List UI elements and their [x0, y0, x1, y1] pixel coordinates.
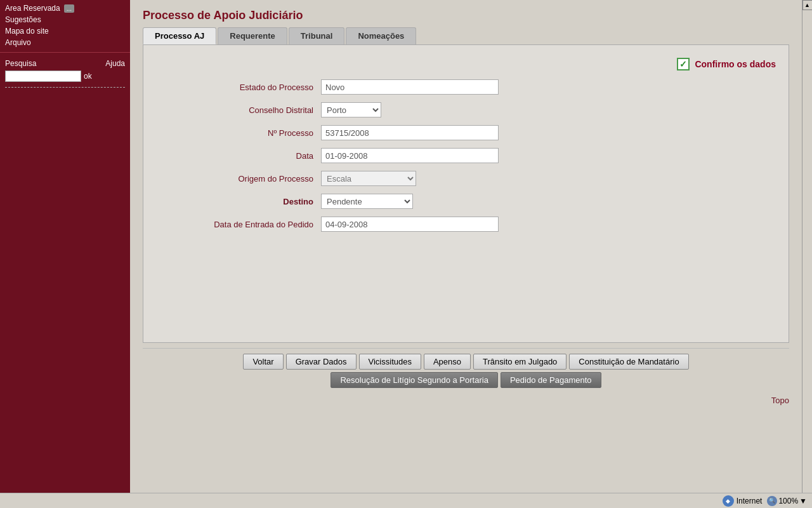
main-content: Processo de Apoio Judiciário Processo AJ… — [130, 0, 802, 508]
tabs-bar: Processo AJ Requerente Tribunal Nomeaçõe… — [143, 27, 789, 44]
data-row: Data — [156, 148, 776, 163]
checkbox-checkmark: ✓ — [679, 59, 687, 69]
destino-label: Destino — [156, 197, 321, 206]
bottom-bar: Voltar Gravar Dados Vicissitudes Apenso … — [143, 348, 789, 393]
tab-nomeacoes[interactable]: Nomeações — [346, 27, 416, 44]
estado-processo-row: Estado do Processo — [156, 79, 776, 95]
area-reservada-badge: ... — [64, 4, 74, 13]
transito-julgado-button[interactable]: Trânsito em Julgado — [473, 354, 566, 370]
topo-row: Topo — [130, 393, 802, 408]
origem-processo-select[interactable]: Escala Pedido — [321, 171, 416, 186]
globe-icon: ◆ — [723, 495, 734, 507]
n-processo-row: Nº Processo — [156, 125, 776, 140]
scroll-up-arrow[interactable]: ▲ — [802, 0, 813, 10]
data-input[interactable] — [321, 148, 499, 163]
data-entrada-label: Data de Entrada do Pedido — [156, 220, 321, 229]
origem-processo-row: Origem do Processo Escala Pedido — [156, 171, 776, 186]
sidebar-search-section: Pesquisa Ajuda ok — [0, 57, 130, 90]
conselho-distrital-select[interactable]: Porto Lisboa Coimbra — [321, 102, 381, 117]
sidebar-area-reservada[interactable]: Area Reservada ... — [0, 3, 130, 14]
data-entrada-input[interactable] — [321, 217, 499, 232]
sidebar-help-label[interactable]: Ajuda — [105, 59, 125, 68]
sidebar: Area Reservada ... Sugestões Mapa do sit… — [0, 0, 130, 508]
page-header: Processo de Apoio Judiciário — [130, 0, 802, 27]
sidebar-item-mapa-do-site[interactable]: Mapa do site — [0, 25, 130, 37]
data-entrada-row: Data de Entrada do Pedido — [156, 217, 776, 232]
voltar-button[interactable]: Voltar — [243, 354, 283, 370]
confirm-label: Confirmo os dados — [695, 59, 776, 69]
internet-label: Internet — [737, 497, 763, 505]
pedido-pagamento-button[interactable]: Pedido de Pagamento — [501, 372, 601, 388]
form-panel: ✓ Confirmo os dados Estado do Processo C… — [143, 44, 789, 343]
button-row-2: Resolução de Litígio Segundo a Portaria … — [145, 372, 787, 388]
estado-processo-label: Estado do Processo — [156, 83, 321, 92]
sidebar-search-label: Pesquisa — [5, 59, 36, 68]
statusbar: ◆ Internet 🔍 100% ▼ — [0, 493, 812, 508]
search-ok-button[interactable]: ok — [84, 72, 92, 81]
conselho-distrital-label: Conselho Distrital — [156, 105, 321, 115]
estado-processo-input[interactable] — [321, 79, 499, 95]
confirm-row: ✓ Confirmo os dados — [156, 58, 776, 70]
sidebar-divider — [0, 52, 130, 53]
zoom-label: 100% — [778, 497, 798, 505]
zoom-icon: 🔍 — [767, 496, 777, 506]
destino-select[interactable]: Pendente Deferido Indeferido Arquivado — [321, 194, 413, 209]
sidebar-area-reservada-label: Area Reservada — [5, 4, 60, 13]
zoom-arrow[interactable]: ▼ — [799, 497, 807, 505]
conselho-distrital-row: Conselho Distrital Porto Lisboa Coimbra — [156, 102, 776, 117]
n-processo-label: Nº Processo — [156, 128, 321, 138]
origem-processo-label: Origem do Processo — [156, 174, 321, 184]
tab-tribunal[interactable]: Tribunal — [289, 27, 345, 44]
confirm-checkbox[interactable]: ✓ — [677, 58, 690, 70]
topo-link[interactable]: Topo — [771, 396, 789, 405]
apenso-button[interactable]: Apenso — [424, 354, 471, 370]
sidebar-item-arquivo[interactable]: Arquivo — [0, 37, 130, 48]
page-title: Processo de Apoio Judiciário — [143, 9, 303, 22]
content-area: Processo AJ Requerente Tribunal Nomeaçõe… — [143, 27, 789, 343]
search-underline — [5, 87, 125, 88]
statusbar-icon-area: ◆ Internet — [723, 495, 763, 507]
destino-row: Destino Pendente Deferido Indeferido Arq… — [156, 194, 776, 209]
data-label: Data — [156, 151, 321, 161]
zoom-area: 🔍 100% ▼ — [767, 496, 807, 506]
gravar-dados-button[interactable]: Gravar Dados — [286, 354, 357, 370]
vicissitudes-button[interactable]: Vicissitudes — [359, 354, 421, 370]
search-input[interactable] — [5, 70, 81, 82]
scrollbar-right[interactable]: ▲ ▼ — [802, 0, 812, 508]
constituicao-mandatario-button[interactable]: Constituição de Mandatário — [569, 354, 688, 370]
tab-requerente[interactable]: Requerente — [218, 27, 287, 44]
resolucao-litigio-button[interactable]: Resolução de Litígio Segundo a Portaria — [331, 372, 497, 388]
button-row-1: Voltar Gravar Dados Vicissitudes Apenso … — [145, 354, 787, 370]
sidebar-item-sugestoes[interactable]: Sugestões — [0, 14, 130, 25]
n-processo-input[interactable] — [321, 125, 499, 140]
tab-processo-aj[interactable]: Processo AJ — [143, 27, 216, 44]
